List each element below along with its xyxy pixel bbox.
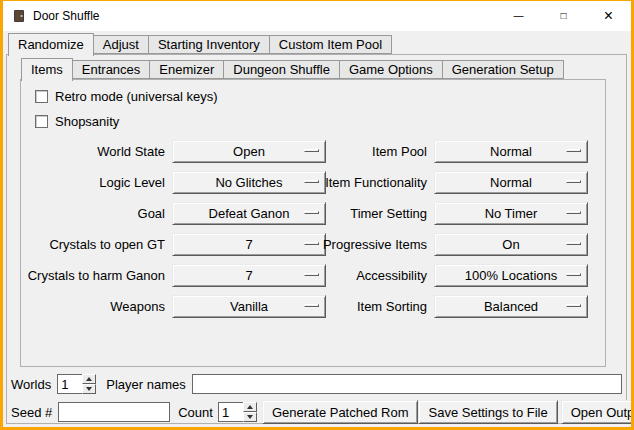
settings-row: World State Open Item Pool Normal xyxy=(21,136,605,167)
tab-custom-item-pool[interactable]: Custom Item Pool xyxy=(269,35,392,54)
tab-game-options[interactable]: Game Options xyxy=(339,60,443,79)
worlds-row: Worlds Player names xyxy=(11,373,622,395)
tab-generation-setup[interactable]: Generation Setup xyxy=(442,60,564,79)
dropdown-value: Normal xyxy=(490,175,532,190)
generate-patched-rom-button[interactable]: Generate Patched Rom xyxy=(262,400,419,424)
dropdown-value: No Timer xyxy=(485,206,538,221)
seed-input[interactable] xyxy=(58,402,170,422)
retro-mode-checkbox[interactable]: Retro mode (universal keys) xyxy=(35,86,218,106)
tab-items[interactable]: Items xyxy=(21,58,73,81)
dropdown-value: On xyxy=(502,237,519,252)
weapons-dropdown[interactable]: Vanilla xyxy=(172,295,326,318)
timer-setting-label: Timer Setting xyxy=(317,198,427,229)
item-pool-label: Item Pool xyxy=(317,136,427,167)
tab-dungeon-shuffle[interactable]: Dungeon Shuffle xyxy=(223,60,340,79)
save-settings-button[interactable]: Save Settings to File xyxy=(418,400,557,424)
window-controls: — □ × xyxy=(496,1,631,31)
count-input[interactable] xyxy=(218,402,243,422)
tab-adjust[interactable]: Adjust xyxy=(93,35,149,54)
dropdown-value: 100% Locations xyxy=(465,268,558,283)
item-functionality-label: Item Functionality xyxy=(317,167,427,198)
checkbox-label: Shopsanity xyxy=(55,114,119,129)
worlds-spin-down-button[interactable] xyxy=(82,384,96,394)
worlds-input[interactable] xyxy=(57,374,82,394)
worlds-spin-up-button[interactable] xyxy=(82,374,96,384)
dropdown-value: Vanilla xyxy=(230,299,268,314)
player-names-input[interactable] xyxy=(192,374,622,394)
dropdown-indicator-icon xyxy=(566,242,581,245)
player-names-label: Player names xyxy=(106,377,185,392)
dropdown-value: Normal xyxy=(490,144,532,159)
goal-label: Goal xyxy=(21,198,165,229)
accessibility-dropdown[interactable]: 100% Locations xyxy=(434,264,588,287)
item-pool-dropdown[interactable]: Normal xyxy=(434,140,588,163)
arrow-up-icon xyxy=(247,405,253,409)
dropdown-value: 7 xyxy=(245,268,252,283)
dropdown-value: 7 xyxy=(245,237,252,252)
count-spin-arrows xyxy=(243,402,257,422)
dropdown-value: Balanced xyxy=(484,299,538,314)
worlds-label: Worlds xyxy=(11,377,51,392)
item-sorting-label: Item Sorting xyxy=(317,291,427,322)
client-area: Randomize Adjust Starting Inventory Cust… xyxy=(3,31,631,427)
accessibility-label: Accessibility xyxy=(317,260,427,291)
count-spin-down-button[interactable] xyxy=(243,412,257,422)
dropdown-indicator-icon xyxy=(566,149,581,152)
crystals-harm-ganon-label: Crystals to harm Ganon xyxy=(21,260,165,291)
count-spinbox xyxy=(218,402,257,422)
dropdown-value: Open xyxy=(233,144,265,159)
maximize-icon: □ xyxy=(560,11,566,21)
minimize-button[interactable]: — xyxy=(496,1,541,31)
window-title: Door Shuffle xyxy=(33,9,100,23)
checkbox-box xyxy=(35,115,48,128)
worlds-spin-arrows xyxy=(82,374,96,394)
close-icon: × xyxy=(604,8,613,24)
tab-enemizer[interactable]: Enemizer xyxy=(149,60,224,79)
logic-level-dropdown[interactable]: No Glitches xyxy=(172,171,326,194)
titlebar: Door Shuffle — □ × xyxy=(3,1,631,31)
open-output-directory-button[interactable]: Open Output Directory xyxy=(561,400,634,424)
window: Door Shuffle — □ × Randomize Adjust Star… xyxy=(0,0,634,430)
item-sorting-dropdown[interactable]: Balanced xyxy=(434,295,588,318)
timer-setting-dropdown[interactable]: No Timer xyxy=(434,202,588,225)
dropdown-indicator-icon xyxy=(566,304,581,307)
logic-level-label: Logic Level xyxy=(21,167,165,198)
world-state-label: World State xyxy=(21,136,165,167)
close-button[interactable]: × xyxy=(586,1,631,31)
dropdown-value: Defeat Ganon xyxy=(209,206,290,221)
arrow-down-icon xyxy=(86,387,92,391)
primary-tabs: Randomize Adjust Starting Inventory Cust… xyxy=(8,33,392,56)
settings-row: Crystals to open GT 7 Progressive Items … xyxy=(21,229,605,260)
items-tab-panel: Retro mode (universal keys) Shopsanity W… xyxy=(20,79,606,367)
item-functionality-dropdown[interactable]: Normal xyxy=(434,171,588,194)
tab-entrances[interactable]: Entrances xyxy=(72,60,151,79)
count-spin-up-button[interactable] xyxy=(243,402,257,412)
settings-row: Crystals to harm Ganon 7 Accessibility 1… xyxy=(21,260,605,291)
settings-tabs: Items Entrances Enemizer Dungeon Shuffle… xyxy=(21,58,564,81)
maximize-button[interactable]: □ xyxy=(541,1,586,31)
count-label: Count xyxy=(178,405,213,420)
seed-row: Seed # Count Generate Patched Rom Save S… xyxy=(11,400,622,424)
settings-grid: World State Open Item Pool Normal Logic … xyxy=(21,136,605,322)
tab-randomize[interactable]: Randomize xyxy=(8,33,94,56)
crystals-harm-ganon-dropdown[interactable]: 7 xyxy=(172,264,326,287)
minimize-icon: — xyxy=(514,11,524,21)
weapons-label: Weapons xyxy=(21,291,165,322)
dropdown-indicator-icon xyxy=(566,273,581,276)
progressive-items-dropdown[interactable]: On xyxy=(434,233,588,256)
goal-dropdown[interactable]: Defeat Ganon xyxy=(172,202,326,225)
tab-starting-inventory[interactable]: Starting Inventory xyxy=(148,35,270,54)
checkbox-label: Retro mode (universal keys) xyxy=(55,89,218,104)
checkbox-box xyxy=(35,90,48,103)
shopsanity-checkbox[interactable]: Shopsanity xyxy=(35,111,119,131)
world-state-dropdown[interactable]: Open xyxy=(172,140,326,163)
seed-label: Seed # xyxy=(11,405,52,420)
randomize-tab-panel: Items Entrances Enemizer Dungeon Shuffle… xyxy=(6,54,627,424)
dropdown-indicator-icon xyxy=(566,180,581,183)
app-icon[interactable] xyxy=(11,8,27,24)
settings-row: Logic Level No Glitches Item Functionali… xyxy=(21,167,605,198)
crystals-open-gt-dropdown[interactable]: 7 xyxy=(172,233,326,256)
progressive-items-label: Progressive Items xyxy=(317,229,427,260)
worlds-spinbox xyxy=(57,374,96,394)
arrow-down-icon xyxy=(247,415,253,419)
